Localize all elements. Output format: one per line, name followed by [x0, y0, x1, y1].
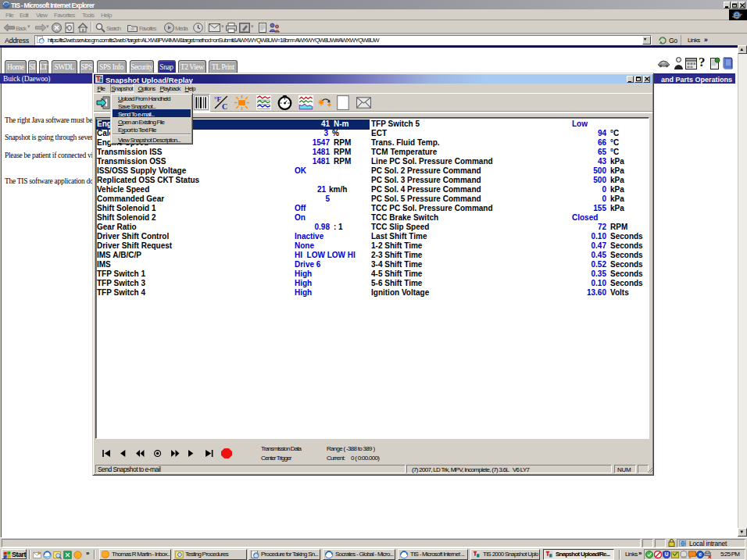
svg-text:U: U	[665, 551, 669, 557]
svg-text:C: C	[222, 102, 227, 110]
svg-text:°F: °F	[214, 95, 222, 103]
svg-text:e: e	[699, 551, 702, 557]
